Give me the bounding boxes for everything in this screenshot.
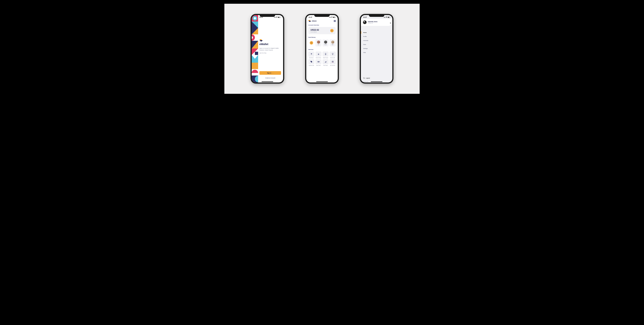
plane-icon [324,61,327,63]
ewallet-logo [260,39,262,41]
signal-icon: ••ıl [274,16,276,18]
avatar [331,40,334,44]
profile-location: Louisiana, AO [368,23,378,23]
svg-rect-35 [332,62,333,62]
services-title: Services [308,49,336,50]
contact-name: Vickie [324,44,327,45]
svg-rect-29 [318,62,319,62]
menu-item-home[interactable]: Home [361,30,392,34]
contact-ana[interactable]: Ana [316,39,322,46]
status-time: 21:27 [363,16,367,18]
signin-label: Sign in [267,72,271,74]
drawer-menu: Home Profile Accounts Stats Settings Hel… [361,30,392,54]
contact-name: Ettie [332,44,334,45]
phone-home: 21:27 ••ıl eWallet [305,14,339,83]
svg-rect-24 [325,53,326,54]
landing-title: eWallet [260,43,281,46]
service-more[interactable]: More Services [330,59,336,66]
battery-icon [278,17,280,18]
menu-item-profile[interactable]: Profile [361,34,392,38]
menu-item-help[interactable]: Help [361,50,392,54]
plus-icon: + [332,29,332,32]
plus-button[interactable]: + [310,41,313,44]
svg-rect-38 [332,62,333,62]
phone-drawer: 21:27 ••ıl Gabriella Jones Louisiana, AO [360,14,393,83]
menu-grid-button[interactable] [334,20,336,22]
svg-rect-30 [325,62,326,63]
send-money-title: Send Money [308,36,336,38]
wifi-icon [386,16,387,18]
svg-point-26 [332,53,333,54]
overview-card: 10522.62 Current Balance + [308,27,336,34]
svg-rect-37 [332,62,332,62]
battery-icon [333,17,336,18]
wifi-icon [331,16,333,18]
close-button[interactable] [388,21,392,25]
battery-icon [388,17,390,18]
close-icon [390,22,391,24]
svg-rect-32 [332,61,333,61]
status-time: 21:27 [308,16,312,18]
logout-icon [363,77,365,79]
service-movie-ticket[interactable]: Movie Ticket [316,59,322,66]
landing-artwork [252,15,258,82]
svg-rect-14 [255,52,258,55]
svg-rect-33 [333,61,334,61]
arrow-down-icon [317,53,320,55]
balance-label: Current Balance [310,31,319,32]
svg-rect-34 [332,62,332,62]
avatar [363,20,366,24]
signin-button[interactable]: Sign in → [260,71,281,75]
signal-icon: ••ıl [329,16,331,18]
mockup-canvas: 21:27 ••ıl eWallet Open An Account For D… [224,4,420,94]
brand-header: eWallet [308,20,316,22]
tag-icon [310,61,312,63]
create-account-button[interactable]: Create an Account [260,77,281,79]
landing-tagline: Open An Account For Digital E-Wallet Sol… [260,47,279,51]
svg-rect-31 [332,61,332,61]
bulb-icon [332,53,334,55]
logout-button[interactable]: Logout [361,77,392,79]
signal-icon: ••ıl [384,16,385,18]
svg-rect-39 [333,62,334,62]
menu-item-accounts[interactable]: Accounts [361,38,392,42]
add-funds-button[interactable]: + [330,29,334,32]
menu-item-stats[interactable]: Stats [361,42,392,46]
service-flight-tickets[interactable]: Flickt Tickets [322,59,328,66]
svg-point-27 [311,61,311,61]
profile-name: Gabriella Jones [368,21,378,22]
grid-icon [332,61,334,63]
avatar [317,40,320,44]
add-contact-button[interactable]: + [308,39,314,46]
service-send-money[interactable]: Send Money [308,51,314,58]
phone-landing: 21:27 ••ıl eWallet Open An Account For D… [251,14,284,83]
svg-rect-17 [252,63,258,69]
profile-card: Gabriella Jones Louisiana, AO [361,19,392,26]
svg-rect-36 [333,62,334,62]
contact-vickie[interactable]: Vickie [322,39,328,46]
service-electricity[interactable]: Electricity Bill [330,51,336,58]
service-cashback[interactable]: Cashback Offer [308,59,314,66]
contact-name: Ana [318,44,319,45]
contact-ettie[interactable]: Ettie [330,39,336,46]
service-receive-money[interactable]: Receive Money [316,51,322,58]
ticket-icon [317,61,320,63]
landing-tagline-2: Join For Free. [260,52,279,54]
brand-name: eWallet [312,20,316,22]
balance-value: 10522.62 [310,29,319,31]
service-mobile-prepaid[interactable]: Mobile Prepaid [322,51,328,58]
avatar [324,40,327,44]
menu-item-settings[interactable]: Settings [361,46,392,50]
overview-title: Account Overview [308,24,336,26]
svg-point-2 [254,17,256,19]
plus-icon: + [311,42,312,44]
phone-icon [324,53,327,55]
wifi-icon [276,16,278,18]
ewallet-logo [308,20,311,22]
arrow-up-icon [310,53,312,55]
arrow-right-icon: → [272,72,274,74]
